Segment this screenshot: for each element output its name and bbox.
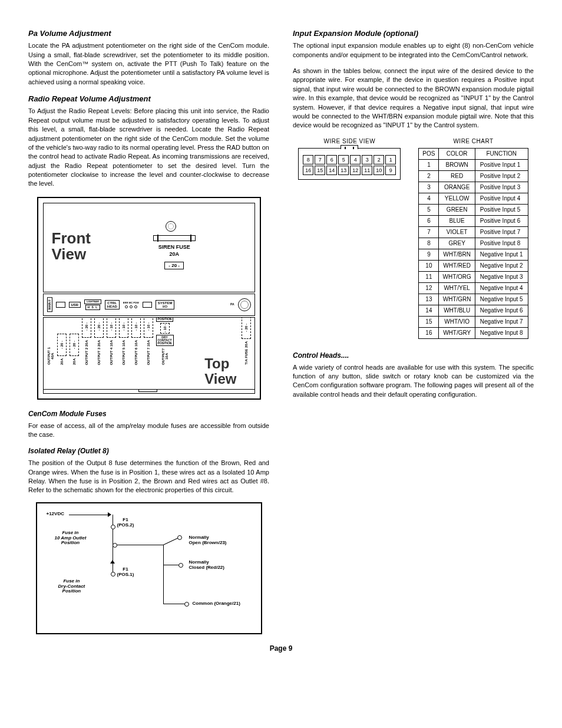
connector-tab-icon: [340, 145, 358, 149]
cell-function: Positive Input 3: [475, 182, 528, 193]
top-view-box: OUTPUT 1 40A - 20 -20A - 20 -20A - 20 -O…: [43, 317, 255, 394]
fuse-20: - 20 -: [70, 334, 79, 356]
fuse-10-side: - 10 -: [160, 323, 170, 334]
pin-cell: 14: [326, 166, 337, 175]
pin-cell: 2: [373, 155, 384, 164]
pa-volume-body: Locate the PA adjustment potentiometer o…: [28, 41, 269, 87]
usb-port-label: USB: [69, 302, 81, 308]
node-icon: [177, 535, 182, 540]
fuse-20: - 20 -: [82, 317, 91, 338]
system-io-port-icon: [143, 302, 152, 308]
cell-function: Positive Input 6: [475, 215, 528, 226]
output6-label: OUTPUT 6 10A: [134, 340, 138, 365]
wire-chart-table: POS COLOR FUNCTION 1BROWNPositive Input …: [418, 148, 528, 339]
table-row: 5GREENPositive Input 5: [419, 204, 528, 215]
isolated-relay-body: The position of the Output 8 fuse determ…: [28, 459, 269, 495]
cell-color: BROWN: [439, 159, 475, 170]
pin-cell: 12: [350, 166, 361, 175]
pin-cell: 11: [362, 166, 372, 175]
pa-knob-icon: [238, 298, 251, 311]
output4-label: OUTPUT 4 10A: [110, 340, 113, 365]
output1b-label: 20A: [72, 358, 76, 365]
wire-side-view: WIRE SIDE VIEW 87654321 161514131211109: [298, 137, 401, 180]
radio-repeat-body: To Adjust the Radio Repeat Levels: Befor…: [28, 107, 269, 189]
cell-color: WHT/BLU: [439, 305, 475, 316]
node-icon: [111, 525, 115, 529]
wire-chart-th-color: COLOR: [439, 148, 475, 159]
node-icon: [178, 563, 183, 568]
pin-cell: 7: [315, 155, 325, 164]
node-icon: [184, 602, 189, 607]
isolated-relay-heading: Isolated Relay (Outlet 8): [28, 446, 269, 456]
cell-pos: 3: [419, 182, 439, 193]
cell-color: WHT/YEL: [439, 282, 475, 294]
cell-color: RED: [439, 170, 475, 182]
siren-fuse-value: - 20 -: [164, 262, 184, 269]
err-wc-pow-label: ERR WC POW: [123, 301, 139, 305]
cell-function: Positive Input 4: [475, 193, 528, 204]
pin-cell: 3: [362, 155, 372, 164]
pos-dry-label: DRY CONTACT POSITION: [156, 335, 174, 346]
table-row: 15WHT/VIONegative Input 7: [419, 316, 528, 327]
table-row: 1BROWNPositive Input 1: [419, 159, 528, 170]
output5-label: OUTPUT 5 10A: [122, 340, 125, 365]
control-heads-body: A wide variety of control heads are avai…: [293, 363, 534, 400]
table-row: 14WHT/BLUNegative Input 6: [419, 305, 528, 316]
relay-schematic: +12VDC F1 (POS.2) Normally Open (Brown/2…: [36, 502, 262, 634]
pins-row-top: 87654321: [302, 154, 396, 165]
led-dots-icon: [125, 305, 137, 308]
cell-color: ORANGE: [439, 182, 475, 193]
table-row: 10WHT/REDNegative Input 2: [419, 260, 528, 271]
module-figure: Front View SIREN FUSE 20A - 20 - MAIN F …: [37, 197, 261, 400]
cell-pos: 7: [419, 226, 439, 238]
cell-function: Negative Input 8: [475, 327, 528, 338]
cell-function: Positive Input 5: [475, 204, 528, 215]
left-column: Pa Volume Adjustment Locate the PA adjus…: [28, 24, 269, 634]
pin-cell: 15: [315, 166, 325, 175]
wire-chart-th-pos: POS: [419, 148, 439, 159]
cell-color: WHT/RED: [439, 260, 475, 271]
fuse-10: - 10 -: [131, 317, 141, 338]
ta-fuse-label: T/A FUSE 20A: [244, 341, 248, 365]
cell-pos: 11: [419, 271, 439, 282]
ctrl-head-label: CTRL HEAD: [105, 300, 120, 309]
pin-cell: 5: [338, 155, 349, 164]
table-row: 13WHT/GRNNegative Input 5: [419, 294, 528, 305]
cell-pos: 13: [419, 294, 439, 305]
cell-pos: 10: [419, 260, 439, 271]
cell-function: Negative Input 2: [475, 260, 528, 271]
control-heads-heading: Control Heads....: [293, 351, 534, 361]
output1a-label: 20A: [60, 358, 64, 365]
wire-chart-th-func: FUNCTION: [475, 148, 528, 159]
cell-pos: 12: [419, 282, 439, 294]
fuse10-label: Fuse in 10 Amp Outlet Position: [55, 531, 87, 546]
top-baseline-icon: [44, 389, 254, 390]
wire-side-title: WIRE SIDE VIEW: [298, 137, 401, 146]
pin-cell: 6: [326, 155, 337, 164]
wire-diagrams-row: WIRE SIDE VIEW 87654321 161514131211109 …: [293, 137, 534, 339]
iem-body-1: The optional input expansion module enab…: [293, 41, 534, 60]
cell-pos: 4: [419, 193, 439, 204]
siren-fuse-label: SIREN FUSE 20A: [153, 243, 196, 258]
table-row: 4YELLOWPositive Input 4: [419, 193, 528, 204]
cell-function: Positive Input 2: [475, 170, 528, 182]
cell-function: Negative Input 7: [475, 316, 528, 327]
normally-open-label: Normally Open (Brown/23): [189, 535, 227, 546]
table-row: 2REDPositive Input 2: [419, 170, 528, 182]
output7b-label: OUTPUT7 10A: [161, 348, 168, 365]
common-label: Common (Orange/21): [193, 601, 240, 607]
cencom-fuses-heading: CenCom Module Fuses: [28, 409, 269, 419]
cell-pos: 16: [419, 327, 439, 338]
iem-heading: Input Expansion Module (optional): [293, 28, 534, 39]
cell-color: BLUE: [439, 215, 475, 226]
table-row: 3ORANGEPositive Input 3: [419, 182, 528, 193]
output3-label: OUTPUT 3 20A: [97, 340, 101, 365]
pin-cell: 1: [385, 155, 396, 164]
cell-color: WHT/GRY: [439, 327, 475, 338]
cell-pos: 9: [419, 249, 439, 260]
cell-pos: 6: [419, 215, 439, 226]
connector-outline: 87654321 161514131211109: [298, 148, 401, 180]
cell-color: WHT/GRN: [439, 294, 475, 305]
cell-color: YELLOW: [439, 193, 475, 204]
fuse-20-right: - 20 -: [242, 317, 251, 339]
